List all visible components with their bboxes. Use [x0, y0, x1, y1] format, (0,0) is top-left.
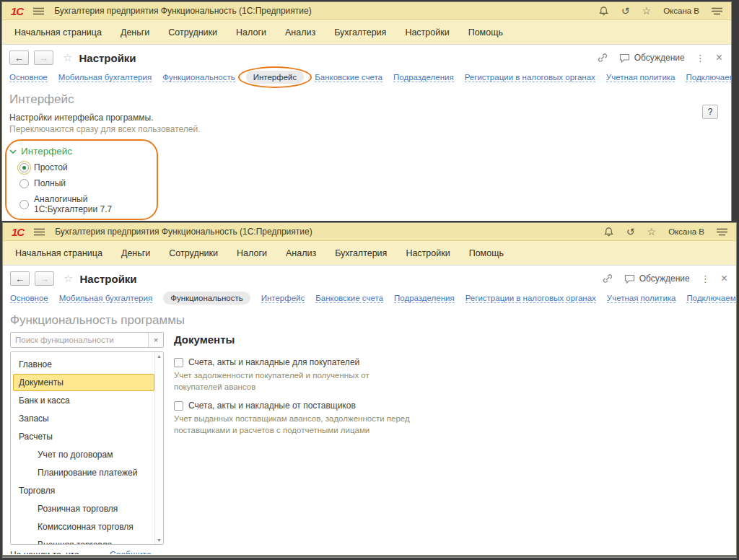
help-button[interactable]: ? — [702, 105, 718, 119]
category-list-item[interactable]: Расчеты — [13, 428, 154, 445]
search-clear-icon[interactable]: × — [148, 333, 163, 347]
scroll-down-icon[interactable]: ▼ — [157, 538, 162, 543]
notifications-bell-icon[interactable] — [603, 227, 614, 237]
settings-tab-row: Основное▾ Мобильная бухгалтерия▾ Функцио… — [3, 289, 736, 311]
forward-button[interactable]: → — [34, 51, 53, 65]
category-list-item[interactable]: Документы — [13, 374, 154, 391]
radio-label: Аналогичный 1С:Бухгалтерии 7.7 — [34, 194, 151, 214]
option-checkbox-row[interactable]: Счета, акты и накладные от поставщиков — [174, 401, 729, 411]
interface-radio-option[interactable]: Полный — [19, 178, 151, 188]
functionality-option: Счета, акты и накладные для покупателей … — [174, 357, 729, 393]
settings-tab[interactable]: Банковские счета▾ — [315, 73, 382, 82]
search-input[interactable] — [11, 333, 148, 347]
menu-item[interactable]: Сотрудники — [159, 248, 227, 258]
radio-icon[interactable] — [19, 200, 29, 209]
menu-item[interactable]: Деньги — [111, 27, 159, 38]
category-list-item[interactable]: Внешняя торговля — [13, 536, 154, 545]
menu-item[interactable]: Бухгалтерия — [325, 27, 395, 38]
notifications-bell-icon[interactable] — [598, 6, 609, 17]
user-menu-icon[interactable] — [717, 228, 727, 236]
settings-tab[interactable]: Подключаемое оборудование▾ — [686, 294, 736, 303]
settings-tab[interactable]: Подключаемое оборудование▾ — [686, 73, 731, 82]
main-menu-icon[interactable] — [34, 228, 45, 236]
get-link-icon[interactable] — [597, 53, 608, 63]
close-icon[interactable]: × — [716, 51, 722, 64]
category-list-item[interactable]: Запасы — [13, 410, 154, 427]
app-title: Бухгалтерия предприятия Функциональность… — [54, 6, 311, 16]
window-functionality-settings: 1С Бухгалтерия предприятия Функционально… — [2, 222, 737, 556]
settings-tab[interactable]: Регистрации в налоговых органах▾ — [465, 294, 596, 303]
settings-tab[interactable]: Подразделения▾ — [394, 294, 455, 303]
interface-group-header[interactable]: Интерфейс — [9, 146, 72, 157]
1c-logo: 1С — [12, 227, 24, 237]
report-link[interactable]: Сообщите нам — [110, 550, 164, 554]
settings-tab[interactable]: Интерфейс▾ — [246, 71, 305, 84]
back-button[interactable]: ← — [10, 271, 30, 286]
main-menu-icon[interactable] — [33, 7, 44, 15]
menu-item[interactable]: Анализ — [276, 27, 325, 38]
section-heading: Функциональность программы — [10, 313, 729, 328]
checkbox[interactable] — [174, 358, 183, 367]
menu-item[interactable]: Начальная страница — [5, 27, 111, 38]
user-name[interactable]: Оксана В — [668, 227, 704, 236]
menu-item[interactable]: Настройки — [395, 27, 458, 38]
footer-question: Не нашли то, что искали? — [10, 550, 105, 554]
interface-radio-option[interactable]: Аналогичный 1С:Бухгалтерии 7.7 — [19, 194, 151, 214]
settings-tab[interactable]: Учетная политика▾ — [606, 73, 675, 82]
settings-tab[interactable]: Основное▾ — [9, 73, 48, 82]
settings-tab[interactable]: Подразделения▾ — [393, 73, 454, 82]
settings-tab[interactable]: Мобильная бухгалтерия▾ — [58, 73, 152, 82]
more-actions-icon[interactable]: ⋮ — [696, 53, 705, 64]
forward-button[interactable]: → — [35, 271, 54, 286]
menu-item[interactable]: Анализ — [276, 248, 325, 258]
settings-tab[interactable]: Интерфейс▾ — [261, 294, 305, 303]
user-menu-icon[interactable] — [712, 7, 722, 15]
menu-item[interactable]: Помощь — [460, 248, 513, 258]
settings-tab[interactable]: Мобильная бухгалтерия▾ — [59, 294, 152, 303]
scroll-up-icon[interactable]: ▲ — [157, 354, 162, 359]
category-list-item[interactable]: Торговля — [13, 482, 154, 499]
favorite-page-star-icon[interactable]: ☆ — [63, 51, 72, 64]
menu-item[interactable]: Деньги — [112, 248, 159, 258]
settings-tab[interactable]: Основное▾ — [10, 294, 48, 303]
menu-item[interactable]: Начальная страница — [6, 248, 112, 258]
category-list-item[interactable]: Учет по договорам — [13, 446, 154, 463]
history-icon[interactable]: ↺ — [621, 6, 630, 16]
checkbox[interactable] — [174, 401, 183, 411]
favorites-star-icon[interactable]: ☆ — [642, 6, 652, 16]
favorite-page-star-icon[interactable]: ☆ — [64, 272, 73, 285]
category-list-item[interactable]: Планирование платежей — [13, 464, 154, 481]
option-checkbox-row[interactable]: Счета, акты и накладные для покупателей — [174, 357, 729, 367]
interface-radio-option[interactable]: Простой — [19, 162, 151, 172]
get-link-icon[interactable] — [602, 274, 613, 284]
menu-item[interactable]: Настройки — [396, 248, 459, 258]
back-button[interactable]: ← — [9, 51, 29, 65]
radio-icon[interactable] — [19, 163, 29, 172]
menu-item[interactable]: Помощь — [459, 27, 512, 38]
menu-item[interactable]: Сотрудники — [159, 27, 227, 38]
discussion-label: Обсуждение — [634, 53, 685, 63]
taskbar-strip — [2, 556, 737, 558]
menu-item[interactable]: Налоги — [227, 27, 276, 38]
page-header: ← → ☆ Настройки Обсуждение ⋮ × — [2, 45, 731, 69]
list-scrollbar[interactable]: ▲ ▼ — [154, 352, 163, 544]
more-actions-icon[interactable]: ⋮ — [701, 274, 710, 284]
category-list-item[interactable]: Комиссионная торговля — [13, 518, 154, 535]
settings-tab[interactable]: Функциональность▾ — [163, 292, 250, 305]
settings-tab[interactable]: Учетная политика▾ — [607, 294, 676, 303]
radio-icon[interactable] — [19, 179, 29, 188]
menu-item[interactable]: Налоги — [227, 248, 276, 258]
menu-item[interactable]: Бухгалтерия — [325, 248, 396, 258]
category-list-item[interactable]: Банк и касса — [13, 392, 154, 409]
settings-tab[interactable]: Регистрации в налоговых органах▾ — [465, 73, 595, 82]
favorites-star-icon[interactable]: ☆ — [647, 227, 657, 237]
category-list-item[interactable]: Розничная торговля — [13, 500, 154, 517]
settings-tab[interactable]: Функциональность▾ — [162, 73, 235, 82]
category-list-item[interactable]: Главное — [13, 356, 154, 373]
user-name[interactable]: Оксана В — [663, 6, 699, 15]
discussion-button[interactable]: Обсуждение — [619, 53, 685, 63]
discussion-button[interactable]: Обсуждение — [624, 274, 690, 284]
settings-tab[interactable]: Банковские счета▾ — [315, 294, 383, 303]
history-icon[interactable]: ↺ — [626, 227, 635, 237]
close-icon[interactable]: × — [721, 272, 727, 285]
